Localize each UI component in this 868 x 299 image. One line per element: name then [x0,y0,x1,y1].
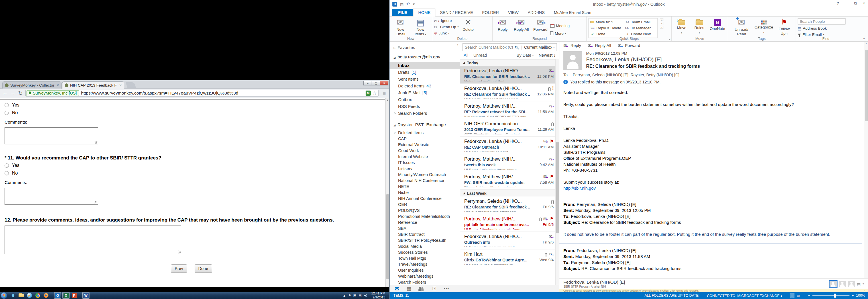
url-text[interactable]: https://www.surveymonkey.com/s.aspx?sm=T… [81,91,364,96]
folder-item[interactable]: Inbox [390,62,460,69]
filter-unread[interactable]: Unread [473,53,487,58]
close-icon[interactable]: × [863,1,865,6]
folder-item[interactable]: NETE [398,184,458,189]
folder-item[interactable]: PODS/QVS [398,207,458,213]
folder-item[interactable]: Sent Items [398,75,458,82]
email-list-item[interactable]: Perryman, Seleda (NIH/O... RE: Clearance… [460,197,555,214]
reload-icon[interactable]: ↻ [18,90,23,97]
taskbar-explorer-icon[interactable] [18,292,25,299]
search-scope-dropdown[interactable]: Current Mailbox ▾ [524,45,555,49]
tab-view[interactable]: VIEW [503,9,523,16]
q12-comments-textarea[interactable] [5,226,181,254]
connection-status[interactable]: CONNECTED TO: MICROSOFT EXCHANGE ▴ [707,294,782,298]
folder-item[interactable]: RSS Feeds [398,103,458,110]
taskbar-powerpoint-icon[interactable]: P [71,292,78,299]
radio-button[interactable] [5,171,9,175]
volume-icon[interactable]: ◀) [364,294,367,297]
q10-option-no[interactable]: No [5,110,385,115]
minimize-icon[interactable]: — [845,1,848,6]
more-button[interactable]: More▾ [550,30,570,36]
tasks-nav-icon[interactable]: ☑ [432,286,436,291]
tray-app-icon[interactable]: ▣ [353,294,356,297]
tab-close-icon[interactable]: × [55,83,59,88]
tab-folder[interactable]: FOLDER [477,9,503,16]
mcafee-siteadvisor-icon[interactable]: M [366,91,371,96]
expand-people-pane-icon[interactable]: ˅ [862,282,864,285]
quick-step-item[interactable]: Done [590,31,621,37]
quick-step-item[interactable]: Create New [625,31,656,37]
nav-more-icon[interactable]: ••• [444,287,450,291]
email-list-item[interactable]: Portnoy, Matthew (NIH/... FW: SBIR reuth… [460,172,555,190]
folder-item[interactable]: SBA [398,225,458,231]
minimize-button[interactable]: – [363,81,372,86]
folder-item[interactable]: IT Issues [398,160,458,165]
zoom-out-icon[interactable]: − [808,294,810,298]
restore-icon[interactable]: ⧉ [854,1,857,6]
tab-surveymonkey-collector[interactable]: SurveyMonkey - Collector × [2,81,62,89]
address-bar[interactable]: SurveyMonkey, Inc [US] https://www.surve… [25,90,379,97]
people-pane-name[interactable]: Fedorkova, Lenka (NIH/OD) [E] [563,279,625,285]
radio-button[interactable] [5,163,9,168]
radio-button[interactable] [5,103,9,107]
tab-addins[interactable]: ADD-INS [523,9,550,16]
folder-item[interactable]: Minority/Women Outreach [398,171,458,177]
folder-item[interactable]: ▷ Search Folders [398,110,458,117]
q11-comments-textarea[interactable] [5,188,98,205]
expand-arrow-icon[interactable]: ▷ [394,131,398,134]
done-button[interactable]: Done [195,264,212,273]
network-icon[interactable]: ▤ [359,294,361,297]
folder-item[interactable]: External Website [398,141,458,147]
reading-pane-scrollbar[interactable]: ▲ [864,41,868,278]
folder-item[interactable]: User Inquiries [398,267,458,273]
scrollbar-thumb[interactable] [556,142,559,233]
filter-all[interactable]: All [464,53,468,58]
tab-close-icon[interactable]: × [117,83,122,88]
minimize-folder-pane-icon[interactable]: ‹ [457,43,458,47]
tab-home[interactable]: HOME [413,8,435,16]
chrome-menu-icon[interactable]: ≡ [381,90,387,97]
reading-view-icon[interactable]: ▤ [796,293,801,298]
junk-button[interactable]: ⊘Junk▾ [434,30,459,36]
zoom-slider[interactable] [812,295,849,296]
avatar[interactable] [839,281,846,287]
maximize-button[interactable]: ▢ [372,81,380,86]
start-button[interactable] [1,293,7,299]
back-icon[interactable]: ← [2,90,8,96]
sort-by-date[interactable]: By Date ▾ [517,53,534,58]
zoom-level[interactable]: 100% [856,294,865,298]
group-header[interactable]: Today [460,59,555,66]
q11-option-yes[interactable]: Yes [5,163,385,168]
search-icon[interactable] [515,46,518,48]
folder-item[interactable]: Reference [398,219,458,225]
tab-nih-cap-feedback[interactable]: NIH CAP 2013 Feedback F × [62,81,124,89]
sbir-link[interactable]: http://sbir.nih.gov [563,186,596,191]
folder-item[interactable]: CAP [398,136,458,141]
search-people-input[interactable]: Search People [798,18,845,25]
zoom-slider-thumb[interactable] [834,294,836,298]
forward-icon[interactable]: → [10,90,16,96]
new-tab-button[interactable] [126,82,136,88]
account-header[interactable]: betty.royster@nih.gov [394,55,458,60]
tab-file[interactable]: FILE [392,9,413,16]
folder-item[interactable]: Search Folders [398,279,458,285]
email-list-item[interactable]: Fedorkova, Lenka (NIH/O... RE: Clearance… [460,66,555,84]
expand-arrow-icon[interactable]: ▷ [394,112,398,114]
taskbar-clock[interactable]: 12:41 PM 9/9/2013 [371,292,388,299]
quick-step-item[interactable]: Move to: ? [590,19,621,25]
action-center-flag-icon[interactable]: ⚑ [348,294,351,297]
scrollbar-thumb[interactable] [386,194,389,279]
scrollbar-thumb[interactable] [865,50,868,121]
folder-item[interactable]: Junk E-Mail [5] [398,89,458,96]
folder-item[interactable]: Success Stories [398,249,458,255]
taskbar-outlook-icon[interactable]: O [54,292,61,299]
forward-link[interactable]: Forward [618,43,640,48]
taskbar-word-icon[interactable]: W [82,292,90,299]
quick-step-item[interactable]: To Manager [625,25,656,31]
folder-item[interactable]: Niche [398,189,458,195]
people-nav-icon[interactable] [418,287,425,291]
recipients[interactable]: Perryman, Seleda (NIH/OD) [E]; Royster, … [573,73,679,77]
taskbar-excel-icon[interactable]: X [62,292,69,299]
taskbar-ie-icon[interactable]: e [9,292,17,299]
folder-item[interactable]: SBIR Contract [398,231,458,237]
message-sender[interactable]: Fedorkova, Lenka (NIH/OD) [E] [586,56,700,63]
